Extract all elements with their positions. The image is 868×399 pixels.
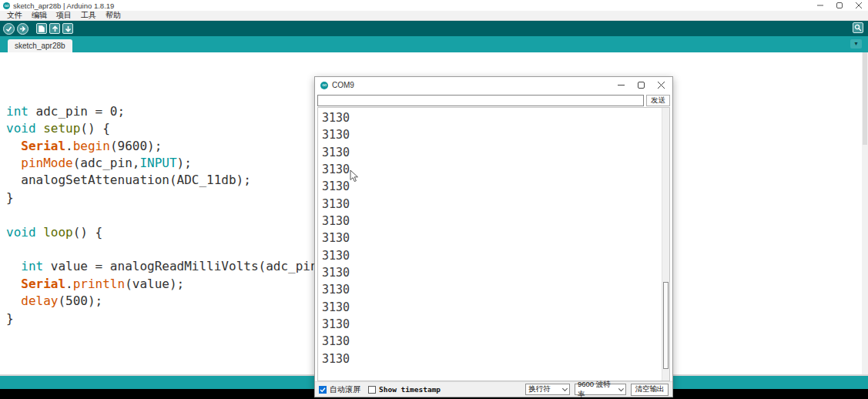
menu-item-3[interactable]: 工具 bbox=[76, 10, 101, 21]
serial-maximize-button[interactable] bbox=[631, 77, 651, 93]
tab-list-dropdown-button[interactable]: ▾ bbox=[850, 39, 862, 49]
tab-sketch[interactable]: sketch_apr28b bbox=[8, 39, 72, 52]
serial-monitor-icon bbox=[854, 24, 862, 32]
save-icon bbox=[65, 25, 72, 32]
minimize-icon bbox=[817, 2, 823, 8]
new-sketch-button[interactable] bbox=[36, 23, 47, 34]
upload-icon bbox=[19, 25, 26, 32]
serial-output-line: 3130 bbox=[322, 109, 669, 126]
serial-bottom-bar: 自动滚屏 Show timestamp 换行符 9600 波特率 清空输出 bbox=[315, 381, 672, 397]
open-icon bbox=[52, 25, 59, 32]
serial-window-title: COM9 bbox=[332, 81, 354, 89]
send-button[interactable]: 发送 bbox=[646, 95, 670, 106]
serial-output[interactable]: 3130313031303130313031303130313031303130… bbox=[317, 107, 670, 381]
arduino-logo-icon: ∞ bbox=[3, 2, 10, 9]
new-sketch-icon bbox=[39, 25, 45, 32]
menu-bar: 文件编辑项目工具帮助 bbox=[0, 11, 868, 21]
serial-output-line: 3130 bbox=[322, 333, 669, 350]
screen: ∞ sketch_apr28b | Arduino 1.8.19 文件编辑项目工… bbox=[0, 0, 868, 399]
serial-monitor-button[interactable] bbox=[853, 22, 863, 33]
mouse-cursor bbox=[350, 169, 359, 186]
maximize-icon bbox=[638, 82, 645, 89]
tab-bar: sketch_apr28b ▾ bbox=[0, 36, 868, 52]
close-icon bbox=[856, 2, 862, 8]
serial-output-lines: 3130313031303130313031303130313031303130… bbox=[318, 108, 669, 367]
ide-toolbar bbox=[0, 21, 868, 36]
menu-item-1[interactable]: 编辑 bbox=[27, 10, 52, 21]
serial-output-line: 3130 bbox=[322, 196, 669, 213]
menu-item-2[interactable]: 项目 bbox=[52, 10, 76, 21]
serial-output-line: 3130 bbox=[322, 161, 669, 178]
menu-item-4[interactable]: 帮助 bbox=[101, 10, 126, 21]
editor-scrollbar[interactable] bbox=[862, 52, 868, 374]
serial-monitor-window: ∞ COM9 发送 313031303130313031303130313031… bbox=[314, 76, 673, 397]
menu-item-0[interactable]: 文件 bbox=[2, 10, 27, 21]
serial-close-button[interactable] bbox=[651, 77, 671, 93]
timestamp-label: Show timestamp bbox=[379, 385, 441, 394]
ide-window-controls bbox=[810, 0, 868, 11]
maximize-icon bbox=[836, 2, 843, 8]
ide-maximize-button[interactable] bbox=[829, 0, 849, 11]
line-ending-value: 换行符 bbox=[528, 384, 551, 394]
serial-output-line: 3130 bbox=[322, 299, 669, 316]
upload-button[interactable] bbox=[17, 23, 28, 35]
chevron-down-icon bbox=[562, 385, 568, 391]
cursor-arrow-icon bbox=[350, 169, 359, 183]
verify-button[interactable] bbox=[3, 23, 15, 35]
check-icon bbox=[320, 387, 326, 393]
minimize-icon bbox=[618, 82, 625, 89]
serial-scrollbar[interactable] bbox=[662, 108, 669, 381]
line-ending-select[interactable]: 换行符 bbox=[525, 384, 570, 395]
save-button[interactable] bbox=[62, 23, 73, 34]
ide-minimize-button[interactable] bbox=[810, 0, 829, 11]
verify-icon bbox=[5, 25, 12, 32]
baud-rate-select[interactable]: 9600 波特率 bbox=[575, 384, 626, 395]
autoscroll-checkbox[interactable] bbox=[319, 386, 327, 394]
ide-window-title: sketch_apr28b | Arduino 1.8.19 bbox=[13, 2, 114, 10]
autoscroll-label: 自动滚屏 bbox=[330, 384, 360, 395]
editor-scrollbar-thumb[interactable] bbox=[863, 52, 867, 145]
serial-output-line: 3130 bbox=[322, 126, 669, 143]
serial-output-line: 3130 bbox=[322, 144, 669, 161]
serial-output-line: 3130 bbox=[322, 264, 669, 281]
serial-input-row: 发送 bbox=[317, 93, 670, 107]
ide-close-button[interactable] bbox=[849, 0, 868, 11]
close-icon bbox=[658, 82, 665, 89]
serial-output-line: 3130 bbox=[322, 230, 669, 246]
arduino-logo-icon: ∞ bbox=[320, 82, 328, 89]
serial-send-input[interactable] bbox=[317, 95, 644, 106]
chevron-down-icon bbox=[618, 386, 624, 391]
serial-output-line: 3130 bbox=[322, 316, 669, 333]
serial-title-bar: ∞ COM9 bbox=[315, 77, 672, 93]
baud-rate-value: 9600 波特率 bbox=[578, 380, 613, 399]
open-button[interactable] bbox=[49, 23, 60, 34]
tab-label: sketch_apr28b bbox=[15, 42, 65, 50]
serial-minimize-button[interactable] bbox=[611, 77, 631, 93]
clear-output-button[interactable]: 清空输出 bbox=[631, 384, 669, 396]
serial-output-line: 3130 bbox=[322, 178, 669, 195]
serial-output-line: 3130 bbox=[322, 213, 669, 230]
serial-window-controls bbox=[611, 77, 671, 93]
serial-output-line: 3130 bbox=[322, 350, 669, 367]
serial-output-line: 3130 bbox=[322, 281, 669, 298]
serial-output-line: 3130 bbox=[322, 247, 669, 264]
ide-title-bar: ∞ sketch_apr28b | Arduino 1.8.19 bbox=[0, 0, 868, 11]
timestamp-checkbox[interactable] bbox=[368, 386, 376, 394]
serial-scrollbar-thumb[interactable] bbox=[663, 282, 669, 369]
